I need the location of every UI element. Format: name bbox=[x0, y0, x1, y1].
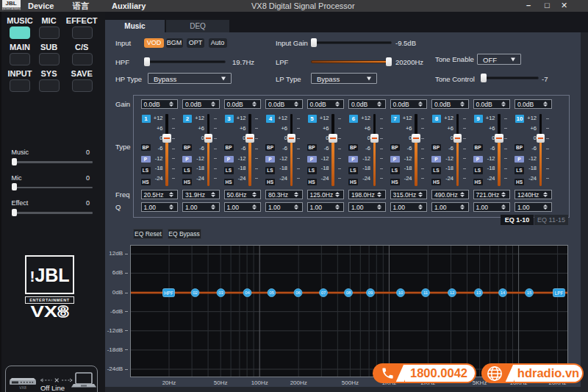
svg-text:08: 08 bbox=[346, 291, 351, 295]
svg-text:09: 09 bbox=[368, 291, 373, 295]
svg-text:10: 10 bbox=[398, 291, 404, 295]
svg-text:13: 13 bbox=[476, 291, 481, 295]
svg-text:05: 05 bbox=[269, 291, 274, 295]
svg-text:14: 14 bbox=[501, 291, 506, 295]
svg-text:VX8: VX8 bbox=[19, 385, 26, 390]
svg-text:03: 03 bbox=[218, 291, 223, 295]
svg-text:HPF: HPF bbox=[164, 291, 173, 296]
svg-text:04: 04 bbox=[245, 291, 250, 295]
svg-text:07: 07 bbox=[321, 291, 326, 295]
svg-text:12: 12 bbox=[450, 291, 455, 295]
svg-text:02: 02 bbox=[193, 291, 198, 295]
svg-text:LPF: LPF bbox=[555, 291, 564, 296]
svg-text:06: 06 bbox=[295, 291, 301, 295]
svg-text:11: 11 bbox=[423, 291, 429, 295]
svg-text:15: 15 bbox=[527, 291, 532, 295]
